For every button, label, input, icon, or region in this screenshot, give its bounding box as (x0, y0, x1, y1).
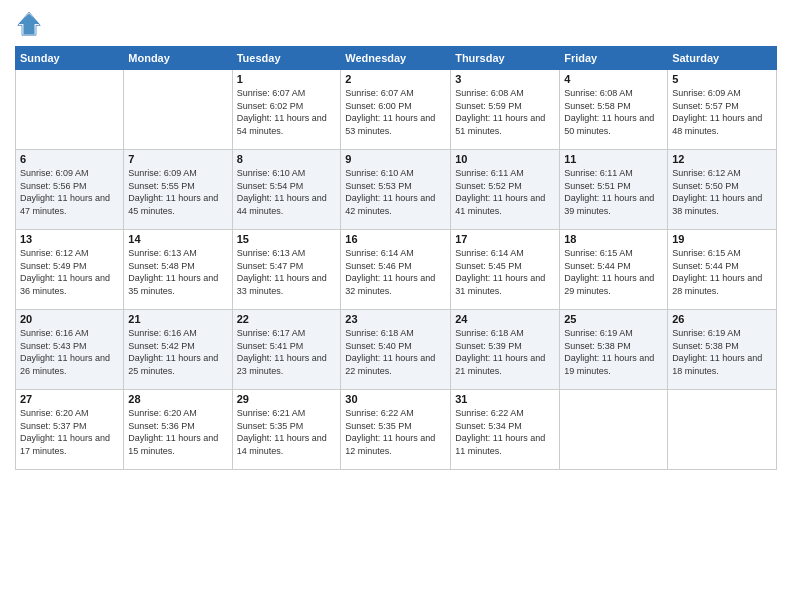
day-info: Sunrise: 6:14 AM Sunset: 5:46 PM Dayligh… (345, 247, 446, 297)
weekday-header-monday: Monday (124, 47, 232, 70)
day-info: Sunrise: 6:09 AM Sunset: 5:57 PM Dayligh… (672, 87, 772, 137)
day-info: Sunrise: 6:09 AM Sunset: 5:56 PM Dayligh… (20, 167, 119, 217)
day-info: Sunrise: 6:18 AM Sunset: 5:39 PM Dayligh… (455, 327, 555, 377)
calendar-cell: 22Sunrise: 6:17 AM Sunset: 5:41 PM Dayli… (232, 310, 341, 390)
calendar-cell: 8Sunrise: 6:10 AM Sunset: 5:54 PM Daylig… (232, 150, 341, 230)
day-info: Sunrise: 6:21 AM Sunset: 5:35 PM Dayligh… (237, 407, 337, 457)
weekday-header-wednesday: Wednesday (341, 47, 451, 70)
day-number: 19 (672, 233, 772, 245)
day-info: Sunrise: 6:18 AM Sunset: 5:40 PM Dayligh… (345, 327, 446, 377)
day-number: 28 (128, 393, 227, 405)
day-info: Sunrise: 6:07 AM Sunset: 6:00 PM Dayligh… (345, 87, 446, 137)
calendar-cell (124, 70, 232, 150)
day-number: 4 (564, 73, 663, 85)
calendar-cell: 29Sunrise: 6:21 AM Sunset: 5:35 PM Dayli… (232, 390, 341, 470)
day-info: Sunrise: 6:13 AM Sunset: 5:48 PM Dayligh… (128, 247, 227, 297)
day-number: 22 (237, 313, 337, 325)
calendar-table: SundayMondayTuesdayWednesdayThursdayFrid… (15, 46, 777, 470)
week-row-5: 27Sunrise: 6:20 AM Sunset: 5:37 PM Dayli… (16, 390, 777, 470)
day-info: Sunrise: 6:16 AM Sunset: 5:43 PM Dayligh… (20, 327, 119, 377)
weekday-header-row: SundayMondayTuesdayWednesdayThursdayFrid… (16, 47, 777, 70)
calendar-cell: 19Sunrise: 6:15 AM Sunset: 5:44 PM Dayli… (668, 230, 777, 310)
day-number: 8 (237, 153, 337, 165)
calendar-cell: 17Sunrise: 6:14 AM Sunset: 5:45 PM Dayli… (451, 230, 560, 310)
day-info: Sunrise: 6:13 AM Sunset: 5:47 PM Dayligh… (237, 247, 337, 297)
day-number: 7 (128, 153, 227, 165)
calendar-cell: 9Sunrise: 6:10 AM Sunset: 5:53 PM Daylig… (341, 150, 451, 230)
weekday-header-thursday: Thursday (451, 47, 560, 70)
day-info: Sunrise: 6:10 AM Sunset: 5:54 PM Dayligh… (237, 167, 337, 217)
day-number: 20 (20, 313, 119, 325)
day-number: 29 (237, 393, 337, 405)
day-info: Sunrise: 6:08 AM Sunset: 5:59 PM Dayligh… (455, 87, 555, 137)
day-number: 6 (20, 153, 119, 165)
calendar-cell: 20Sunrise: 6:16 AM Sunset: 5:43 PM Dayli… (16, 310, 124, 390)
weekday-header-tuesday: Tuesday (232, 47, 341, 70)
day-number: 12 (672, 153, 772, 165)
calendar-cell: 1Sunrise: 6:07 AM Sunset: 6:02 PM Daylig… (232, 70, 341, 150)
day-info: Sunrise: 6:22 AM Sunset: 5:34 PM Dayligh… (455, 407, 555, 457)
day-number: 21 (128, 313, 227, 325)
calendar-cell: 5Sunrise: 6:09 AM Sunset: 5:57 PM Daylig… (668, 70, 777, 150)
day-number: 11 (564, 153, 663, 165)
day-number: 1 (237, 73, 337, 85)
day-number: 26 (672, 313, 772, 325)
day-info: Sunrise: 6:15 AM Sunset: 5:44 PM Dayligh… (564, 247, 663, 297)
calendar-cell: 23Sunrise: 6:18 AM Sunset: 5:40 PM Dayli… (341, 310, 451, 390)
calendar-cell: 4Sunrise: 6:08 AM Sunset: 5:58 PM Daylig… (560, 70, 668, 150)
calendar-cell: 27Sunrise: 6:20 AM Sunset: 5:37 PM Dayli… (16, 390, 124, 470)
day-info: Sunrise: 6:11 AM Sunset: 5:52 PM Dayligh… (455, 167, 555, 217)
calendar-cell (16, 70, 124, 150)
day-info: Sunrise: 6:09 AM Sunset: 5:55 PM Dayligh… (128, 167, 227, 217)
day-info: Sunrise: 6:22 AM Sunset: 5:35 PM Dayligh… (345, 407, 446, 457)
day-number: 30 (345, 393, 446, 405)
calendar-cell: 3Sunrise: 6:08 AM Sunset: 5:59 PM Daylig… (451, 70, 560, 150)
calendar-cell (668, 390, 777, 470)
day-number: 15 (237, 233, 337, 245)
calendar-cell: 14Sunrise: 6:13 AM Sunset: 5:48 PM Dayli… (124, 230, 232, 310)
calendar-cell: 18Sunrise: 6:15 AM Sunset: 5:44 PM Dayli… (560, 230, 668, 310)
week-row-4: 20Sunrise: 6:16 AM Sunset: 5:43 PM Dayli… (16, 310, 777, 390)
weekday-header-saturday: Saturday (668, 47, 777, 70)
calendar-cell: 6Sunrise: 6:09 AM Sunset: 5:56 PM Daylig… (16, 150, 124, 230)
logo (15, 10, 47, 38)
day-number: 16 (345, 233, 446, 245)
day-number: 10 (455, 153, 555, 165)
calendar-cell: 24Sunrise: 6:18 AM Sunset: 5:39 PM Dayli… (451, 310, 560, 390)
calendar-cell: 10Sunrise: 6:11 AM Sunset: 5:52 PM Dayli… (451, 150, 560, 230)
day-number: 14 (128, 233, 227, 245)
day-number: 27 (20, 393, 119, 405)
week-row-3: 13Sunrise: 6:12 AM Sunset: 5:49 PM Dayli… (16, 230, 777, 310)
day-number: 5 (672, 73, 772, 85)
day-info: Sunrise: 6:16 AM Sunset: 5:42 PM Dayligh… (128, 327, 227, 377)
day-info: Sunrise: 6:19 AM Sunset: 5:38 PM Dayligh… (672, 327, 772, 377)
week-row-2: 6Sunrise: 6:09 AM Sunset: 5:56 PM Daylig… (16, 150, 777, 230)
calendar-cell: 16Sunrise: 6:14 AM Sunset: 5:46 PM Dayli… (341, 230, 451, 310)
day-info: Sunrise: 6:20 AM Sunset: 5:36 PM Dayligh… (128, 407, 227, 457)
calendar-cell: 15Sunrise: 6:13 AM Sunset: 5:47 PM Dayli… (232, 230, 341, 310)
day-number: 18 (564, 233, 663, 245)
calendar-cell: 2Sunrise: 6:07 AM Sunset: 6:00 PM Daylig… (341, 70, 451, 150)
day-number: 24 (455, 313, 555, 325)
day-info: Sunrise: 6:07 AM Sunset: 6:02 PM Dayligh… (237, 87, 337, 137)
day-number: 17 (455, 233, 555, 245)
calendar-cell: 28Sunrise: 6:20 AM Sunset: 5:36 PM Dayli… (124, 390, 232, 470)
day-number: 9 (345, 153, 446, 165)
calendar-cell: 13Sunrise: 6:12 AM Sunset: 5:49 PM Dayli… (16, 230, 124, 310)
calendar-cell: 7Sunrise: 6:09 AM Sunset: 5:55 PM Daylig… (124, 150, 232, 230)
logo-icon (15, 10, 43, 38)
weekday-header-friday: Friday (560, 47, 668, 70)
day-info: Sunrise: 6:11 AM Sunset: 5:51 PM Dayligh… (564, 167, 663, 217)
calendar-page: SundayMondayTuesdayWednesdayThursdayFrid… (0, 0, 792, 612)
day-number: 2 (345, 73, 446, 85)
calendar-cell: 31Sunrise: 6:22 AM Sunset: 5:34 PM Dayli… (451, 390, 560, 470)
day-info: Sunrise: 6:10 AM Sunset: 5:53 PM Dayligh… (345, 167, 446, 217)
day-number: 13 (20, 233, 119, 245)
calendar-cell: 21Sunrise: 6:16 AM Sunset: 5:42 PM Dayli… (124, 310, 232, 390)
day-info: Sunrise: 6:14 AM Sunset: 5:45 PM Dayligh… (455, 247, 555, 297)
day-number: 25 (564, 313, 663, 325)
day-info: Sunrise: 6:08 AM Sunset: 5:58 PM Dayligh… (564, 87, 663, 137)
day-info: Sunrise: 6:17 AM Sunset: 5:41 PM Dayligh… (237, 327, 337, 377)
calendar-cell: 26Sunrise: 6:19 AM Sunset: 5:38 PM Dayli… (668, 310, 777, 390)
day-number: 3 (455, 73, 555, 85)
